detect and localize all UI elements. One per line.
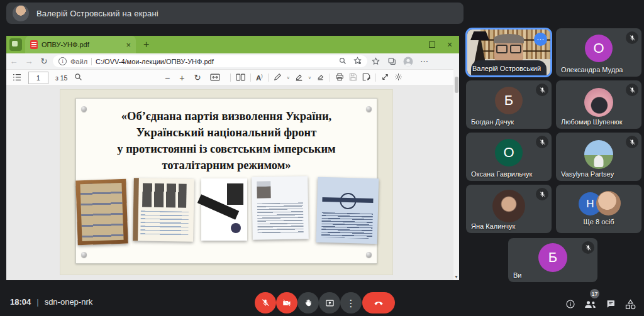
tile-menu-button[interactable]: ⋯ bbox=[534, 33, 547, 46]
slide-title-line: тоталітарним режимом» bbox=[76, 157, 377, 173]
page-view-icon[interactable] bbox=[236, 74, 245, 82]
draw-pen-icon[interactable] bbox=[274, 73, 282, 82]
tab-actions-icon[interactable] bbox=[9, 38, 22, 51]
zoom-out-button[interactable]: − bbox=[165, 74, 170, 82]
pdf-toolbar: з 15 − + ↻ A) bbox=[6, 70, 459, 86]
self-view-tile[interactable]: Б Ви bbox=[508, 238, 597, 282]
fit-to-width-button[interactable] bbox=[210, 74, 220, 82]
meeting-code: sdn-onep-nrk bbox=[45, 297, 93, 307]
avatar: О bbox=[585, 35, 613, 62]
toc-icon[interactable] bbox=[13, 74, 21, 82]
profile-avatar[interactable] bbox=[400, 57, 416, 67]
favorite-star-icon[interactable] bbox=[353, 57, 362, 66]
avatar-photo bbox=[596, 191, 621, 215]
mic-off-icon bbox=[536, 136, 548, 148]
collections-icon[interactable] bbox=[367, 57, 384, 65]
raise-hand-button[interactable] bbox=[297, 292, 319, 313]
print-icon[interactable] bbox=[335, 73, 344, 82]
info-divider: | bbox=[36, 297, 38, 307]
participant-tile[interactable]: Б Богдан Дячук bbox=[466, 80, 552, 129]
participant-tile[interactable]: Яна Калинчук bbox=[466, 185, 552, 233]
slide-title-line: Український національний фронт bbox=[76, 124, 377, 141]
participant-name: Богдан Дячук bbox=[471, 118, 514, 126]
pdf-content-area: «Об’єднана партія визволення України, Ук… bbox=[6, 85, 453, 280]
participant-tile[interactable]: О Оксана Гаврильчук bbox=[466, 133, 552, 181]
mic-off-icon bbox=[626, 31, 638, 44]
reload-button[interactable]: ↻ bbox=[36, 57, 52, 65]
url-text: C:/OVV-4/мои-лекции/ОПВУ-УНФ.pdf bbox=[96, 58, 335, 65]
participant-name: Любомир Шупенюк bbox=[561, 118, 623, 126]
zoom-in-button[interactable]: + bbox=[179, 74, 184, 82]
more-participants-tile[interactable]: Н Ще 8 осіб bbox=[556, 185, 641, 233]
read-aloud-icon[interactable]: A) bbox=[256, 74, 263, 82]
presenter-avatar bbox=[13, 5, 29, 21]
avatar-photo bbox=[584, 140, 613, 169]
page-number-input[interactable] bbox=[28, 72, 48, 84]
rotate-button[interactable]: ↻ bbox=[194, 74, 201, 82]
slide-title: «Об’єднана партія визволення України, Ук… bbox=[76, 108, 377, 173]
scrollbar-thumb[interactable] bbox=[455, 77, 458, 93]
meeting-info: 18:04 | sdn-onep-nrk bbox=[10, 297, 92, 307]
browser-toolbar: ← → ↻ i Файл C:/OVV-4/мои-лекции/ОПВУ-УН… bbox=[6, 53, 459, 70]
people-panel-button[interactable] bbox=[583, 298, 597, 310]
corner-pin-icon bbox=[366, 106, 372, 112]
pdf-settings-gear-icon[interactable] bbox=[394, 73, 402, 82]
shared-screen: ОПВУ-УНФ.pdf × + × ← → ↻ i Файл C:/OVV-4… bbox=[6, 36, 459, 280]
address-divider bbox=[91, 58, 92, 65]
pdf-file-icon bbox=[30, 40, 38, 49]
draw-pen-chevron-icon[interactable]: ∨ bbox=[287, 75, 290, 80]
participant-name: Яна Калинчук bbox=[471, 222, 515, 230]
avatar: О bbox=[495, 139, 523, 166]
highlighter-chevron-icon[interactable]: ∨ bbox=[308, 75, 311, 80]
participant-name: Vasylyna Partsey bbox=[561, 170, 614, 178]
participant-tile[interactable]: Vasylyna Partsey bbox=[556, 133, 641, 181]
meeting-details-button[interactable] bbox=[564, 298, 577, 310]
forward-button[interactable]: → bbox=[21, 57, 36, 65]
mic-off-icon bbox=[536, 84, 548, 96]
presenting-banner-label: Валерій Островський на екрані bbox=[36, 9, 158, 18]
slide-title-line: у протистоянні із совєтським імперським bbox=[76, 141, 377, 157]
address-bar[interactable]: i Файл C:/OVV-4/мои-лекции/ОПВУ-УНФ.pdf bbox=[53, 55, 367, 67]
back-button[interactable]: ← bbox=[6, 57, 21, 65]
portrait-page-image bbox=[252, 176, 309, 240]
mic-toggle-button[interactable] bbox=[255, 292, 276, 313]
pdf-slide: «Об’єднана партія визволення України, Ук… bbox=[60, 89, 393, 275]
close-window-button[interactable]: × bbox=[440, 36, 459, 53]
eraser-icon[interactable] bbox=[316, 73, 325, 82]
fullscreen-icon[interactable] bbox=[381, 73, 389, 82]
archival-file-cover-image bbox=[75, 179, 128, 246]
corner-pin-icon bbox=[81, 252, 87, 258]
clock-time: 18:04 bbox=[10, 297, 31, 307]
pdf-scrollbar[interactable]: ▾ bbox=[453, 69, 459, 280]
participant-tile[interactable]: О Олександра Мудра bbox=[556, 28, 641, 77]
pdf-search-icon[interactable] bbox=[74, 73, 82, 82]
restore-window-button[interactable] bbox=[423, 36, 441, 53]
new-tab-button[interactable]: + bbox=[143, 40, 149, 50]
present-screen-button[interactable] bbox=[319, 292, 340, 313]
zoom-page-icon[interactable] bbox=[339, 57, 347, 66]
activities-button[interactable] bbox=[623, 298, 637, 310]
scroll-down-arrow-icon[interactable]: ▾ bbox=[453, 274, 459, 280]
participant-tile-video[interactable]: ⋯ Валерій Островський bbox=[465, 28, 552, 77]
avatar: Б bbox=[495, 87, 523, 114]
end-call-button[interactable] bbox=[362, 292, 395, 313]
glasses bbox=[496, 45, 521, 52]
more-options-button[interactable]: ⋮ bbox=[340, 292, 362, 313]
browser-tab-strip: ОПВУ-УНФ.pdf × + × bbox=[6, 36, 459, 53]
close-tab-icon[interactable]: × bbox=[126, 41, 131, 49]
camera-toggle-button[interactable] bbox=[276, 292, 297, 313]
highlighter-icon[interactable] bbox=[295, 73, 303, 82]
participant-tile[interactable]: Любомир Шупенюк bbox=[556, 80, 641, 129]
save-as-icon[interactable] bbox=[362, 73, 370, 82]
avatar-photo bbox=[492, 190, 525, 222]
chat-panel-button[interactable] bbox=[604, 298, 618, 310]
presenting-banner: Валерій Островський на екрані bbox=[6, 3, 464, 24]
browser-tab[interactable]: ОПВУ-УНФ.pdf × bbox=[25, 36, 136, 53]
corner-pin-icon bbox=[81, 106, 87, 112]
participant-name: Валерій Островський bbox=[472, 65, 541, 72]
publications-collage-image bbox=[201, 178, 247, 241]
tab-groups-icon[interactable] bbox=[384, 57, 400, 65]
browser-menu-icon[interactable]: ⋯ bbox=[416, 57, 433, 66]
page-info-icon[interactable]: i bbox=[58, 57, 67, 65]
tab-title: ОПВУ-УНФ.pdf bbox=[42, 41, 122, 48]
